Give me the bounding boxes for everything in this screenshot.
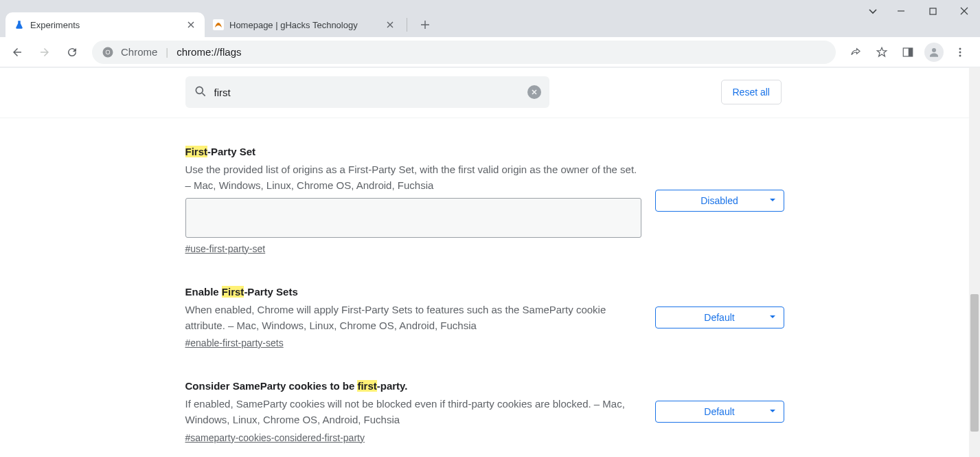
tab-title: Homepage | gHacks Technology [229, 20, 379, 30]
chevron-down-icon [768, 406, 777, 417]
omnibox-path: chrome://flags [176, 46, 241, 58]
tab-ghacks[interactable]: Homepage | gHacks Technology [205, 12, 404, 37]
minimize-button[interactable] [885, 0, 917, 22]
flask-icon [14, 19, 25, 30]
svg-point-7 [932, 48, 936, 52]
browser-toolbar: Chrome | chrome://flags [0, 37, 980, 67]
tab-title: Experiments [30, 20, 180, 30]
flag-anchor-link[interactable]: #sameparty-cookies-considered-first-part… [185, 432, 641, 443]
new-tab-button[interactable] [415, 15, 435, 34]
bookmark-icon[interactable] [870, 41, 893, 64]
chevron-down-icon [768, 195, 777, 206]
svg-point-8 [959, 47, 961, 49]
flags-search-box[interactable] [185, 76, 549, 108]
flag-origins-input[interactable] [185, 198, 641, 238]
maximize-button[interactable] [917, 0, 948, 22]
clear-search-icon[interactable] [527, 85, 541, 99]
flag-state-select[interactable]: Default [655, 401, 784, 423]
flag-state-label: Default [704, 312, 734, 323]
page-content: Reset all First-Party SetUse the provide… [0, 67, 969, 457]
forward-button[interactable] [33, 41, 56, 64]
tab-search-button[interactable] [861, 0, 885, 22]
scrollbar[interactable] [969, 67, 980, 457]
address-bar[interactable]: Chrome | chrome://flags [92, 41, 836, 64]
omnibox-origin: Chrome [121, 46, 157, 58]
close-icon[interactable] [385, 19, 396, 30]
close-window-button[interactable] [948, 0, 980, 22]
flag-description: Use the provided list of origins as a Fi… [185, 161, 641, 194]
close-icon[interactable] [185, 19, 196, 30]
chevron-down-icon [768, 312, 777, 323]
share-icon[interactable] [844, 41, 867, 64]
flag-anchor-link[interactable]: #enable-first-party-sets [185, 337, 641, 348]
menu-icon[interactable] [948, 41, 972, 64]
window-controls [861, 0, 980, 26]
tabstrip: Experiments Homepage | gHacks Technology [0, 0, 980, 37]
omnibox-separator: | [166, 46, 168, 58]
search-input[interactable] [214, 87, 521, 98]
search-icon [194, 85, 207, 100]
flag-anchor-link[interactable]: #use-first-party-set [185, 243, 641, 254]
svg-point-9 [959, 51, 961, 53]
flag-title: Enable First-Party Sets [185, 286, 641, 298]
chrome-icon [102, 46, 114, 58]
flag-title: First-Party Set [185, 146, 641, 157]
scrollbar-thumb[interactable] [970, 294, 979, 432]
reload-button[interactable] [60, 41, 84, 64]
reset-all-button[interactable]: Reset all [721, 80, 782, 104]
flag-description: When enabled, Chrome will apply First-Pa… [185, 302, 641, 334]
side-panel-icon[interactable] [896, 41, 920, 64]
flag-row: Consider SameParty cookies to be first-p… [185, 380, 784, 443]
svg-rect-1 [930, 8, 936, 14]
flag-description: If enabled, SameParty cookies will not b… [185, 396, 641, 428]
flag-state-select[interactable]: Default [655, 306, 784, 328]
profile-avatar[interactable] [922, 41, 946, 64]
flag-row: Enable First-Party SetsWhen enabled, Chr… [185, 286, 784, 349]
flag-state-select[interactable]: Disabled [655, 190, 784, 212]
ghacks-icon [213, 19, 224, 30]
svg-rect-6 [909, 48, 913, 56]
flag-state-label: Disabled [700, 195, 738, 206]
svg-point-4 [106, 50, 110, 54]
back-button[interactable] [5, 41, 29, 64]
svg-point-10 [959, 54, 961, 56]
flag-state-label: Default [704, 406, 734, 417]
tab-experiments[interactable]: Experiments [5, 12, 205, 37]
flag-title: Consider SameParty cookies to be first-p… [185, 380, 641, 392]
svg-point-11 [196, 87, 203, 93]
flag-row: First-Party SetUse the provided list of … [185, 146, 784, 254]
tab-separator [407, 18, 407, 32]
